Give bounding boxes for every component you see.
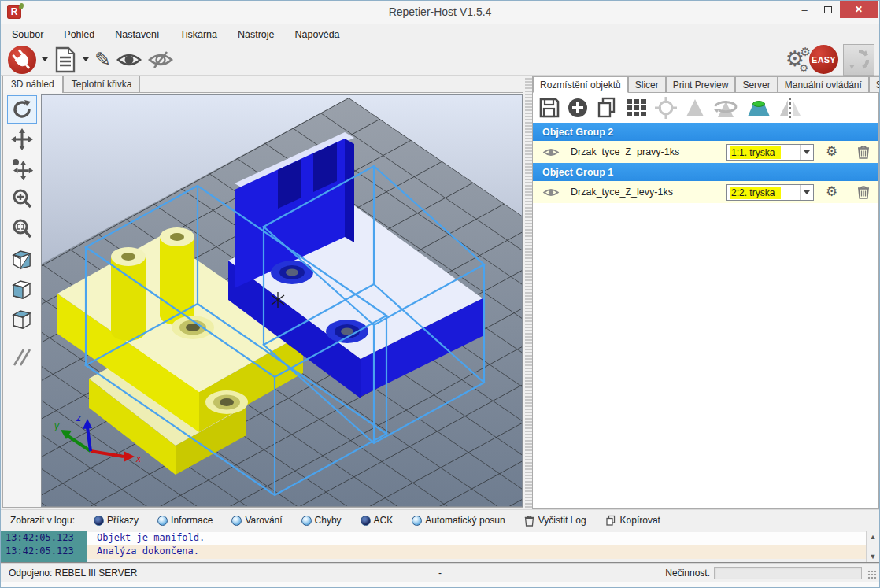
center-object-icon[interactable]	[654, 96, 678, 120]
tab-sd-karta[interactable]: SD karta	[869, 76, 880, 93]
visibility-eye-icon[interactable]	[542, 187, 560, 198]
window-title: Repetier-Host V1.5.4	[1, 6, 879, 18]
tab-slicer[interactable]: Slicer	[628, 76, 666, 93]
eye-icon	[116, 50, 142, 70]
extruder-select[interactable]: 1:1. tryska	[726, 144, 814, 161]
menu-tiskarna[interactable]: Tiskárna	[180, 29, 217, 40]
fit-view-button[interactable]	[7, 215, 37, 243]
edit-gcode-button[interactable]: ✎	[92, 45, 113, 75]
group-title: Object Group 2	[542, 127, 613, 138]
tab-print-preview[interactable]: Print Preview	[666, 76, 736, 93]
menu-nastroje[interactable]: Nástroje	[238, 29, 275, 40]
object-row[interactable]: Drzak_tyce_Z_levy-1ks 2:2. tryska ⚙	[533, 181, 878, 203]
toggle-chyby[interactable]: Chyby	[301, 515, 342, 526]
mirror-object-icon[interactable]	[778, 97, 802, 119]
gear-icon: ⚙	[799, 63, 808, 73]
printer-settings-button[interactable]: ⚙⚙⚙	[786, 49, 804, 70]
progress-bar	[714, 567, 862, 579]
rotate-icon	[11, 98, 33, 120]
tab-manualni-ovladani[interactable]: Manuální ovládání	[778, 76, 869, 93]
log-time: 13:42:05.123	[1, 532, 87, 545]
front-view-button[interactable]	[7, 275, 37, 303]
object-name: Drzak_tyce_Z_levy-1ks	[571, 187, 673, 198]
load-button[interactable]	[51, 45, 79, 75]
magnifier-plus-icon	[11, 188, 33, 210]
parallel-projection-button[interactable]	[7, 343, 37, 372]
copy-log-button[interactable]: Kopírovat	[605, 515, 660, 527]
object-settings-button[interactable]: ⚙	[826, 143, 837, 160]
toggle-circle-icon	[94, 516, 104, 526]
autoposition-icon[interactable]	[625, 97, 647, 119]
toggle-label: Příkazy	[107, 515, 139, 526]
minimize-button[interactable]: –	[793, 1, 816, 18]
delete-object-icon[interactable]	[857, 185, 870, 199]
trash-icon	[524, 515, 534, 527]
move-viewpoint-button[interactable]	[7, 155, 37, 183]
object-row[interactable]: Drzak_tyce_Z_pravy-1ks 1:1. tryska ⚙	[533, 141, 878, 163]
rotate-view-button[interactable]	[7, 95, 37, 124]
maximize-icon	[824, 6, 832, 13]
extruder-select[interactable]: 2:2. tryska	[726, 184, 814, 201]
add-object-icon[interactable]	[567, 97, 589, 119]
tab-teplotni-krivka[interactable]: Teplotní křivka	[63, 76, 141, 92]
viewport-pane: 3D náhled Teplotní křivka	[1, 76, 525, 509]
group-title: Object Group 1	[542, 167, 613, 178]
isometric-view-button[interactable]	[7, 245, 37, 273]
tab-server[interactable]: Server	[735, 76, 777, 93]
extruder-value: 2:2. tryska	[730, 187, 781, 199]
viewport-tabs: 3D náhled Teplotní křivka	[2, 76, 140, 92]
menu-bar: Soubor Pohled Nastavení Tiskárna Nástroj…	[1, 24, 879, 44]
scroll-up-icon[interactable]: ▲	[870, 533, 877, 541]
log-entry: 13:42:05.123 Objekt je manifold.	[1, 532, 866, 545]
emergency-stop-button[interactable]	[843, 44, 874, 76]
toggle-prikazy[interactable]: Příkazy	[94, 515, 139, 526]
right-panel: Rozmístění objektů Slicer Print Preview …	[532, 76, 879, 509]
visibility-eye-icon[interactable]	[542, 146, 560, 158]
copy-object-icon[interactable]	[596, 97, 618, 119]
hide-travel-button[interactable]	[145, 45, 176, 75]
scroll-down-icon[interactable]: ▼	[870, 553, 877, 560]
connect-dropdown-caret[interactable]	[42, 57, 48, 61]
combo-dropdown[interactable]	[800, 185, 813, 200]
menu-napoveda[interactable]: Nápověda	[295, 29, 340, 40]
top-view-button[interactable]	[7, 305, 37, 333]
move-object-button[interactable]	[7, 125, 37, 153]
combo-dropdown[interactable]	[800, 145, 813, 160]
log-scrollbar[interactable]: ▲ ▼	[866, 531, 879, 562]
object-group-header[interactable]: Object Group 2	[533, 123, 878, 141]
close-button[interactable]: ✕	[840, 1, 878, 18]
object-settings-button[interactable]: ⚙	[826, 183, 837, 200]
load-dropdown-caret[interactable]	[83, 57, 89, 61]
maximize-button[interactable]	[816, 1, 840, 18]
toggle-automaticky-posun[interactable]: Automatický posun	[412, 515, 505, 526]
menu-soubor[interactable]: Soubor	[12, 29, 43, 40]
pencil-icon: ✎	[94, 50, 111, 69]
zoom-button[interactable]	[7, 185, 37, 213]
resize-grip[interactable]	[867, 570, 877, 579]
3d-canvas[interactable]: x y z	[41, 94, 523, 507]
chevron-down-icon	[804, 150, 810, 154]
delete-object-icon[interactable]	[857, 145, 870, 159]
autorotate-icon[interactable]	[712, 97, 739, 119]
menu-pohled[interactable]: Pohled	[64, 29, 94, 40]
drop-object-icon[interactable]	[685, 98, 705, 118]
toggle-circle-icon	[301, 516, 312, 526]
toggle-label: Chyby	[315, 515, 342, 526]
view-toolbar	[5, 95, 39, 372]
connect-button[interactable]	[6, 45, 39, 75]
toggle-label: Varování	[245, 515, 282, 526]
clear-log-button[interactable]: Vyčistit Log	[524, 515, 586, 527]
save-icon[interactable]	[539, 98, 560, 118]
tab-rozmisteni-objektu[interactable]: Rozmístění objektů	[533, 76, 628, 93]
panel-splitter[interactable]	[525, 76, 532, 509]
toggle-informace[interactable]: Informace	[157, 515, 213, 526]
show-filament-button[interactable]	[113, 45, 145, 75]
tab-3d-nahled[interactable]: 3D náhled	[2, 76, 63, 93]
cut-object-icon[interactable]	[746, 98, 771, 118]
object-name: Drzak_tyce_Z_pravy-1ks	[571, 146, 679, 157]
toggle-ack[interactable]: ACK	[361, 515, 394, 526]
toggle-varovani[interactable]: Varování	[231, 515, 282, 526]
easy-mode-button[interactable]: EASY	[809, 45, 838, 74]
object-group-header[interactable]: Object Group 1	[533, 163, 878, 181]
menu-nastaveni[interactable]: Nastavení	[115, 29, 159, 40]
